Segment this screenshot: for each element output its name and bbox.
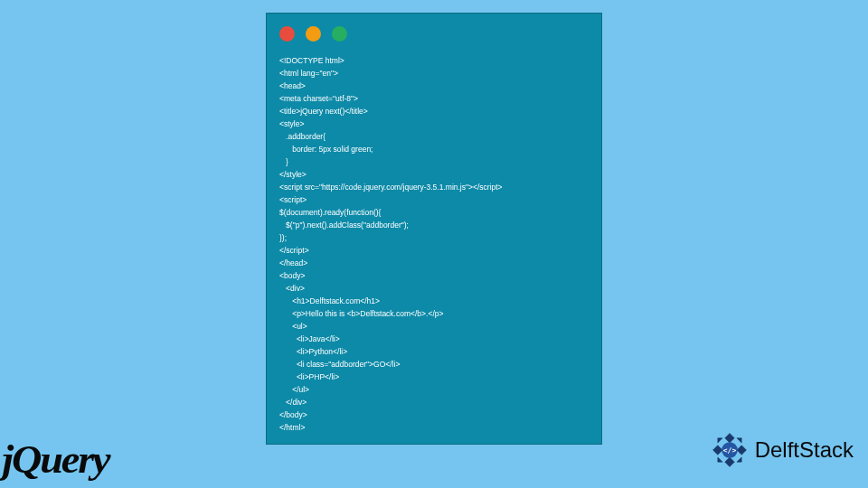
delftstack-text: DelftStack (755, 437, 854, 463)
close-icon (279, 26, 295, 42)
maximize-icon (332, 26, 347, 42)
svg-text:</>: </> (722, 446, 736, 455)
code-content: <!DOCTYPE html> <html lang="en"> <head> … (267, 47, 601, 445)
delftstack-icon: </> (710, 430, 750, 470)
traffic-lights (267, 14, 601, 47)
delftstack-logo: </> DelftStack (710, 430, 854, 470)
code-window: <!DOCTYPE html> <html lang="en"> <head> … (266, 13, 602, 445)
minimize-icon (306, 26, 321, 42)
jquery-logo: jQuery (2, 436, 108, 483)
